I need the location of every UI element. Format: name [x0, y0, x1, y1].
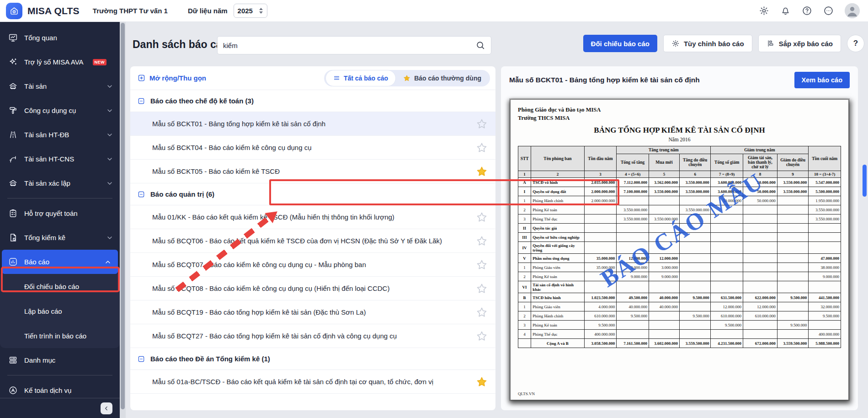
favorite-star-icon[interactable] [476, 166, 487, 177]
tab-all-reports[interactable]: Tất cả báo cáo [325, 70, 396, 86]
submenu-item-lap-bao-cao[interactable]: Lập báo cáo [0, 299, 120, 323]
report-cell-name: Quyền sở hữu công nghiệp [531, 233, 584, 242]
sidebar-item-tai-san-ht-db[interactable]: Tài sản HT-ĐB [0, 123, 120, 147]
favorite-star-icon[interactable] [476, 212, 487, 223]
report-row-bcqt07[interactable]: Mẫu số BCQT07 - Báo cáo kiểm kê công cụ … [130, 253, 495, 277]
customize-reports-button[interactable]: Tùy chỉnh báo cáo [663, 35, 752, 52]
report-preview-panel: Mẫu số BCKT01 - Bảng tổng hợp kiểm kê tà… [501, 66, 858, 410]
sidebar-bottom-bar [0, 398, 120, 418]
sidebar-scrollbar[interactable] [120, 22, 126, 418]
report-row-bckt01[interactable]: Mẫu số BCKT01 - Bảng tổng hợp kiểm kê tà… [130, 112, 495, 136]
expand-collapse-toggle[interactable]: Mở rộng/Thu gọn [138, 74, 206, 82]
report-cell-stt: 1 [518, 196, 531, 205]
user-avatar[interactable] [845, 3, 860, 18]
report-cell-stt: VI [518, 281, 531, 293]
report-cell-value [777, 302, 808, 311]
sidebar-item-tong-kiem-ke[interactable]: Tổng kiểm kê [0, 225, 120, 250]
organization-name[interactable]: Trường THPT Tư vấn 1 [93, 7, 168, 15]
favorite-star-icon[interactable] [476, 236, 487, 247]
favorite-star-icon[interactable] [476, 307, 487, 318]
report-cell-value [617, 242, 649, 254]
favorite-star-icon[interactable] [476, 142, 487, 153]
report-row-bcqt06[interactable]: Mẫu số BCQT06 - Báo cáo kết quả kiểm kê … [130, 229, 495, 253]
window-scrollbar-thumb[interactable] [863, 165, 867, 197]
report-cell-value: 7.100.000.000 [617, 187, 649, 196]
favorite-star-icon[interactable] [476, 331, 487, 342]
report-row-01a-bc-tscd[interactable]: Mẫu số 01a-BC/TSCĐ - Báo cáo kết quả kiể… [130, 370, 495, 394]
report-cell-stt: 1 [518, 263, 531, 272]
year-stepper[interactable]: 2025 [234, 4, 267, 18]
sidebar-item-tai-san-ht-cns[interactable]: Tài sản HT-CNS [0, 147, 120, 171]
section-header-che-do-ke-toan[interactable]: Báo cáo theo chế độ kế toán (3) [130, 90, 495, 112]
section-title: Báo cáo theo Đề án Tổng kiểm kê (1) [150, 355, 270, 363]
year-stepper-arrows-icon[interactable] [259, 7, 263, 14]
sidebar-item-tro-ly-ava[interactable]: Trợ lý số MISA AVA NEW [0, 50, 120, 74]
report-row-01kk[interactable]: Mẫu 01/KK - Báo cáo kết quả kiểm kê TSCĐ… [130, 205, 495, 229]
sort-reports-label: Sắp xếp báo cáo [779, 40, 833, 48]
report-filter-tabs: Tất cả báo cáo Báo cáo thường dùng [324, 70, 490, 86]
sidebar-item-bao-cao[interactable]: Báo cáo [2, 250, 118, 274]
report-cell-value [649, 224, 679, 233]
report-table-row: 3Phòng Thể dục3.550.000.0003.550.000.000… [518, 214, 841, 224]
sidebar-item-tai-san-xac-lap[interactable]: Tài sản xác lập [0, 171, 120, 195]
preview-header: Mẫu số BCKT01 - Bảng tổng hợp kiểm kê tà… [501, 66, 858, 93]
report-row-bcqt08[interactable]: Mẫu số BCQT08 - Báo cáo kiểm kê công cụ … [130, 277, 495, 300]
report-table-row: 4Phòng Thể dục400.000.000400.000.000 [518, 330, 841, 339]
sidebar-item-label: Công cụ dụng cụ [24, 107, 76, 114]
sort-reports-button[interactable]: Sắp xếp báo cáo [758, 35, 841, 52]
minus-square-icon [138, 355, 145, 363]
report-cell-value [617, 233, 649, 242]
search-icon[interactable] [475, 40, 485, 50]
report-cell-value [711, 214, 743, 224]
sidebar-item-tai-san[interactable]: Tài sản [0, 74, 120, 98]
report-cell-value: 622.000.000 [743, 293, 777, 302]
sidebar-item-tong-quan[interactable]: Tổng quan [0, 26, 120, 50]
section-header-de-an-tong-kiem-ke[interactable]: Báo cáo theo Đề án Tổng kiểm kê (1) [130, 348, 495, 370]
report-row-bckt04[interactable]: Mẫu số BCKT04 - Báo cáo kiểm kê công cụ … [130, 136, 495, 160]
search-input[interactable] [223, 42, 475, 49]
report-row-bcqt27[interactable]: Mẫu số BCQT27 - Báo cáo tổng hợp kiểm kê… [130, 324, 495, 348]
report-table-row: Cộng A và B3.058.500.0007.161.500.0003.6… [518, 339, 841, 348]
more-options-icon[interactable] [823, 5, 834, 16]
favorite-star-icon[interactable] [476, 259, 487, 270]
report-cell-name: Phòng Hành chính [531, 196, 584, 205]
favorite-star-icon[interactable] [476, 376, 487, 387]
submenu-item-doi-chieu-bao-cao[interactable]: Đối chiếu báo cáo [0, 274, 120, 299]
report-cell-value: 32.000.000 [809, 302, 841, 311]
report-search-box[interactable] [217, 36, 491, 54]
chevron-down-icon [106, 131, 113, 139]
compare-reports-button[interactable]: Đối chiếu báo cáo [583, 35, 657, 52]
sidebar-item-cong-cu-dung-cu[interactable]: Công cụ dụng cụ [0, 98, 120, 123]
report-table: STT Tên phòng ban Tồn đầu năm Tăng trong… [518, 146, 841, 348]
report-cell-value: 9.500.000 [777, 293, 808, 302]
settings-gear-icon[interactable] [759, 5, 769, 16]
report-row-bcqt19[interactable]: Mẫu số BCQT19 - Báo cáo tổng hợp kiểm kê… [130, 300, 495, 324]
report-cell-stt: A [518, 178, 531, 187]
submenu-item-tien-trinh-in-bao-cao[interactable]: Tiến trình in báo cáo [0, 323, 120, 348]
section-header-quan-tri[interactable]: Báo cáo quản trị (6) [130, 183, 495, 205]
notifications-bell-icon[interactable] [780, 5, 791, 16]
misa-logo-icon[interactable] [6, 3, 22, 19]
report-cell-value: 5.547.000.000 [809, 178, 841, 187]
year-value: 2025 [238, 7, 253, 15]
help-icon[interactable] [802, 5, 812, 16]
customize-reports-label: Tùy chỉnh báo cáo [684, 40, 744, 48]
report-cell-value [617, 224, 649, 233]
sidebar-scrollbar-thumb[interactable] [121, 23, 125, 409]
main-content: Danh sách báo cáo Đối chiếu báo cáo Tùy … [126, 22, 868, 418]
report-cell-stt: V [518, 254, 531, 263]
sidebar-collapse-button[interactable] [101, 402, 112, 414]
report-cell-value [617, 196, 649, 205]
tab-frequent-reports[interactable]: Báo cáo thường dùng [396, 71, 489, 85]
view-report-button[interactable]: Xem báo cáo [794, 72, 850, 88]
report-subtitle: Năm 2016 [518, 137, 841, 142]
favorite-star-icon[interactable] [476, 118, 487, 129]
favorite-star-icon[interactable] [476, 283, 487, 294]
sidebar-item-danh-muc[interactable]: Danh mục [0, 348, 120, 372]
page-help-button[interactable]: ? [847, 35, 864, 52]
report-cell-value: 50.000.000 [711, 196, 743, 205]
report-table-row: ATSCĐ vô hình2.035.000.0007.112.000.0003… [518, 178, 841, 187]
report-cell-stt: III [518, 233, 531, 242]
sidebar-item-ho-tro-quyet-toan[interactable]: Hỗ trợ quyết toán [0, 201, 120, 225]
report-row-bckt05[interactable]: Mẫu số BCKT05 - Báo cáo kiểm kê TSCĐ [130, 160, 495, 183]
